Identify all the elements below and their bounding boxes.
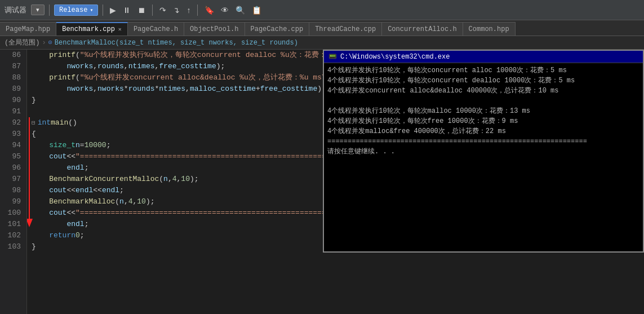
- cmd-line-2: 4个线程并发执行10轮次，每轮次concurrent dealloc 10000…: [327, 76, 639, 86]
- tab-threadcache-label: ThreadCache.cpp: [315, 25, 376, 33]
- tab-objectpool-label: ObjectPool.h: [190, 25, 238, 33]
- ln-92: 92: [2, 117, 24, 129]
- watch-btn[interactable]: 👁: [219, 5, 231, 16]
- search-btn[interactable]: 🔍: [233, 5, 247, 16]
- editor-container: 86 87 88 89 90 91 92 93 94 95 96 97 98 9…: [0, 50, 644, 314]
- tab-common[interactable]: Common.hpp: [463, 22, 516, 36]
- cmd-title-text: C:\Windows\system32\cmd.exe: [340, 51, 450, 63]
- tab-concurrentalloc[interactable]: ConcurrentAlloc.h: [382, 22, 463, 36]
- ln-97: 97: [2, 174, 24, 185]
- step-out-btn[interactable]: ↑: [184, 5, 193, 16]
- ln-95: 95: [2, 151, 24, 162]
- ln-88: 88: [2, 72, 24, 83]
- tab-concurrentalloc-label: ConcurrentAlloc.h: [388, 25, 456, 33]
- release-label: Release: [59, 6, 87, 14]
- tab-pagecache-h[interactable]: PageCache.h: [128, 22, 184, 36]
- tab-pagecache-cpp[interactable]: PageCache.cpp: [245, 22, 310, 36]
- breadcrumb-scope[interactable]: (全局范围): [5, 38, 39, 47]
- continue-btn[interactable]: ▶: [108, 5, 118, 16]
- tab-pagecache-cpp-label: PageCache.cpp: [251, 25, 304, 33]
- stop-btn[interactable]: ⏹: [135, 5, 148, 16]
- tab-benchmark-label: Benchmark.cpp: [62, 25, 115, 33]
- toolbar-sep-3: [152, 5, 153, 16]
- cmd-line-3: 4个线程并发concurrent alloc&dealloc 400000次，总…: [327, 86, 639, 96]
- release-dropdown[interactable]: Release ▾: [54, 5, 98, 16]
- line-numbers: 86 87 88 89 90 91 92 93 94 95 96 97 98 9…: [0, 50, 27, 314]
- red-arrow-indicator: [27, 117, 34, 234]
- svg-marker-1: [27, 219, 33, 227]
- tab-objectpool[interactable]: ObjectPool.h: [184, 22, 245, 36]
- cmd-line-4: 4个线程并发执行10轮次，每轮次malloc 10000次：花费：13 ms: [327, 106, 639, 116]
- ln-100: 100: [2, 207, 24, 219]
- cmd-title-bar: 📟 C:\Windows\system32\cmd.exe: [324, 51, 643, 63]
- tab-threadcache[interactable]: ThreadCache.cpp: [309, 22, 382, 36]
- cmd-icon: 📟: [328, 51, 337, 63]
- ln-86: 86: [2, 50, 24, 61]
- ln-101: 101: [2, 219, 24, 230]
- toolbar-sep-2: [103, 5, 103, 16]
- tab-bar: PageMap.hpp Benchmark.cpp ✕ PageCache.h …: [0, 20, 644, 36]
- cmd-line-1: 4个线程并发执行10轮次，每轮次concurrent alloc 10000次：…: [327, 65, 639, 76]
- tab-benchmark-close[interactable]: ✕: [118, 26, 122, 33]
- toolbar-sep-1: [49, 5, 50, 16]
- code-area[interactable]: printf("%u个线程并发执行%u轮次，每轮次concurrent deal…: [27, 50, 644, 314]
- step-over-btn[interactable]: ↷: [157, 5, 168, 16]
- ln-99: 99: [2, 196, 24, 207]
- tab-pagemap[interactable]: PageMap.hpp: [0, 22, 56, 36]
- ln-91: 91: [2, 106, 24, 117]
- cmd-blank-1: [327, 96, 639, 106]
- breadcrumb-sep: ›: [42, 39, 46, 47]
- cmd-line-5: 4个线程并发执行10轮次，每轮次free 10000次：花费：9 ms: [327, 116, 639, 126]
- toolbar: 调试器 ▾ Release ▾ ▶ ⏸ ⏹ ↷ ↴ ↑ 🔖 👁 🔍 📋: [0, 0, 644, 20]
- debug-label: 调试器: [5, 5, 26, 15]
- ln-96: 96: [2, 162, 24, 174]
- ln-94: 94: [2, 140, 24, 151]
- tab-pagemap-label: PageMap.hpp: [6, 25, 50, 33]
- chevron-down-icon: ▾: [90, 7, 93, 14]
- toolbar-sep-4: [197, 5, 198, 16]
- cmd-line-8: 请按任意键继续. . .: [327, 147, 639, 157]
- cmd-window[interactable]: 📟 C:\Windows\system32\cmd.exe 4个线程并发执行10…: [323, 50, 644, 253]
- cmd-line-6: 4个线程并发malloc&free 400000次，总计花费：22 ms: [327, 126, 639, 136]
- cmd-body: 4个线程并发执行10轮次，每轮次concurrent alloc 10000次：…: [324, 63, 643, 251]
- bookmark-btn[interactable]: 🔖: [202, 5, 216, 16]
- ln-90: 90: [2, 95, 24, 106]
- step-into-btn[interactable]: ↴: [171, 5, 182, 16]
- clipboard-btn[interactable]: 📋: [250, 5, 264, 16]
- toolbar-debug-btn[interactable]: ▾: [31, 5, 45, 15]
- breadcrumb-function[interactable]: BenchmarkMalloc(size_t ntimes, size_t nw…: [55, 39, 298, 47]
- ln-103: 103: [2, 241, 24, 253]
- ln-93: 93: [2, 129, 24, 140]
- tab-benchmark[interactable]: Benchmark.cpp ✕: [56, 22, 128, 36]
- ln-87: 87: [2, 61, 24, 72]
- breadcrumb-func-icon: ⊙: [48, 38, 52, 47]
- pause-btn[interactable]: ⏸: [121, 5, 133, 16]
- cmd-line-7: ========================================…: [327, 136, 639, 147]
- ln-102: 102: [2, 230, 24, 241]
- ln-89: 89: [2, 83, 24, 95]
- breadcrumb-bar: (全局范围) › ⊙ BenchmarkMalloc(size_t ntimes…: [0, 36, 644, 50]
- tab-common-label: Common.hpp: [469, 25, 509, 33]
- tab-pagecache-h-label: PageCache.h: [134, 25, 178, 33]
- ln-98: 98: [2, 185, 24, 196]
